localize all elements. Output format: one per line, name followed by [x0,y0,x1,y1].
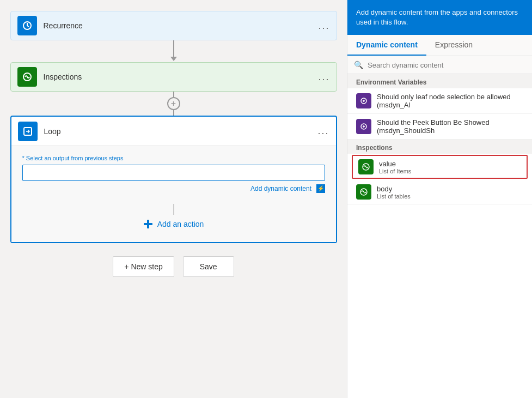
recurrence-step: Recurrence ... [10,11,337,40]
add-action-label: Add an action [157,220,204,228]
inspections-body-icon [356,184,371,200]
flow-canvas: Recurrence ... Inspections ... + [0,0,347,398]
env-var-icon-2 [356,119,371,134]
env-var-item-1[interactable]: Should only leaf node selection be allow… [347,88,532,114]
inspections-body-text: body List of tables [377,185,411,200]
section-inspections: Inspections [347,140,532,154]
dynamic-content-tabs: Dynamic content Expression [347,35,532,56]
inspections-more[interactable]: ... [318,71,329,83]
loop-body: * Select an output from previous steps A… [11,146,336,242]
tab-dynamic-content[interactable]: Dynamic content [347,35,426,56]
recurrence-more[interactable]: ... [318,20,329,32]
dynamic-content-panel: Add dynamic content from the apps and co… [347,0,532,398]
add-dynamic-icon: ⚡ [316,184,325,193]
tab-expression[interactable]: Expression [426,35,481,56]
add-dynamic-content-link[interactable]: Add dynamic content ⚡ [22,183,325,193]
recurrence-title: Recurrence [44,21,319,30]
inspections-title: Inspections [44,73,319,81]
bottom-actions: + New step Save [113,256,234,277]
dynamic-content-header-text: Add dynamic content from the apps and co… [356,8,518,26]
loop-input-wrapper [22,165,325,181]
add-dynamic-content-text[interactable]: Add dynamic content [250,185,311,192]
arrow-1 [170,40,177,62]
add-action-button[interactable]: Add an action [137,215,211,233]
dynamic-content-header: Add dynamic content from the apps and co… [347,0,532,35]
env-var-item-2[interactable]: Should the Peek Button Be Showed (msdyn_… [347,114,532,140]
env-var-text-2: Should the Peek Button Be Showed (msdyn_… [377,118,523,135]
inspections-value-text: value List of Items [379,160,411,174]
loop-icon [18,122,38,141]
loop-more[interactable]: ... [317,125,329,137]
loop-header: Loop ... [11,117,336,146]
save-button[interactable]: Save [183,256,234,277]
inspections-value-item[interactable]: value List of Items [352,155,528,179]
section-env-vars: Environment Variables [347,74,532,88]
inspections-value-icon [358,159,374,174]
inspections-step: Inspections ... [10,62,337,92]
add-step-button[interactable]: + [167,97,180,110]
env-var-text-1: Should only leaf node selection be allow… [377,93,523,109]
plus-connector: + [167,92,180,116]
search-icon: 🔍 [354,61,363,69]
loop-step: Loop ... * Select an output from previou… [10,116,337,243]
loop-select-label: * Select an output from previous steps [22,155,325,161]
search-input[interactable] [368,61,525,69]
search-box: 🔍 [347,56,532,74]
inspections-body-item[interactable]: body List of tables [347,180,532,204]
env-var-icon-1 [356,93,371,108]
recurrence-icon [17,16,37,35]
inspections-icon [17,67,37,87]
loop-select-input[interactable] [22,165,325,181]
add-action-container: Add an action [22,204,325,233]
svg-rect-4 [147,220,149,228]
new-step-button[interactable]: + New step [113,256,174,277]
loop-title: Loop [44,127,318,136]
add-action-icon [143,219,153,229]
